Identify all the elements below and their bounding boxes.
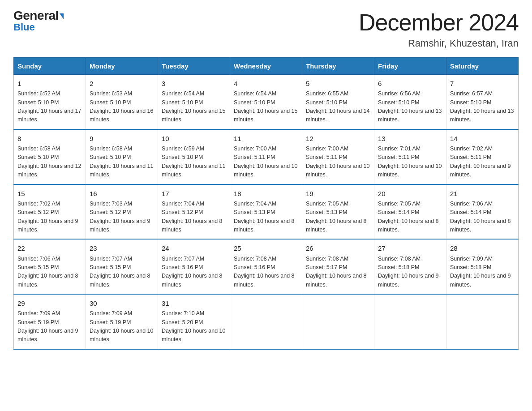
logo: General Blue xyxy=(13,9,64,33)
sunset-info: Sunset: 5:12 PM xyxy=(17,208,82,217)
sunset-info: Sunset: 5:11 PM xyxy=(378,153,442,162)
day-number: 13 xyxy=(378,133,442,144)
sunrise-info: Sunrise: 7:08 AM xyxy=(306,255,370,263)
daylight-info: Daylight: 10 hours and 13 minutes. xyxy=(450,107,515,124)
calendar-cell: 18 Sunrise: 7:04 AM Sunset: 5:13 PM Dayl… xyxy=(230,184,302,240)
week-row-3: 15 Sunrise: 7:02 AM Sunset: 5:12 PM Dayl… xyxy=(14,184,519,240)
calendar-cell: 24 Sunrise: 7:07 AM Sunset: 5:16 PM Dayl… xyxy=(158,239,230,294)
sunrise-info: Sunrise: 6:56 AM xyxy=(378,90,442,98)
day-number: 10 xyxy=(162,133,226,144)
day-number: 31 xyxy=(162,298,226,308)
week-row-1: 1 Sunrise: 6:52 AM Sunset: 5:10 PM Dayli… xyxy=(14,75,519,129)
day-number: 29 xyxy=(17,298,82,308)
sunrise-info: Sunrise: 7:08 AM xyxy=(234,255,298,263)
daylight-info: Daylight: 10 hours and 12 minutes. xyxy=(17,162,82,180)
calendar-cell: 19 Sunrise: 7:05 AM Sunset: 5:13 PM Dayl… xyxy=(302,184,374,240)
calendar-body: 1 Sunrise: 6:52 AM Sunset: 5:10 PM Dayli… xyxy=(14,75,519,349)
daylight-info: Daylight: 10 hours and 8 minutes. xyxy=(162,217,226,235)
calendar-cell: 4 Sunrise: 6:54 AM Sunset: 5:10 PM Dayli… xyxy=(230,75,302,129)
sunset-info: Sunset: 5:10 PM xyxy=(90,153,154,162)
sunrise-info: Sunrise: 6:59 AM xyxy=(162,145,226,153)
week-row-5: 29 Sunrise: 7:09 AM Sunset: 5:19 PM Dayl… xyxy=(14,294,519,349)
col-monday: Monday xyxy=(86,58,158,75)
calendar-cell: 17 Sunrise: 7:04 AM Sunset: 5:12 PM Dayl… xyxy=(158,184,230,240)
sunset-info: Sunset: 5:11 PM xyxy=(234,153,298,162)
day-number: 5 xyxy=(306,78,370,89)
daylight-info: Daylight: 10 hours and 8 minutes. xyxy=(17,272,82,289)
sunset-info: Sunset: 5:17 PM xyxy=(306,263,370,272)
calendar-cell: 5 Sunrise: 6:55 AM Sunset: 5:10 PM Dayli… xyxy=(302,75,374,129)
col-thursday: Thursday xyxy=(302,58,374,75)
logo-blue: Blue xyxy=(13,21,35,33)
calendar-cell: 31 Sunrise: 7:10 AM Sunset: 5:20 PM Dayl… xyxy=(158,294,230,349)
day-number: 11 xyxy=(234,133,298,144)
calendar-cell: 2 Sunrise: 6:53 AM Sunset: 5:10 PM Dayli… xyxy=(86,75,158,129)
day-number: 19 xyxy=(306,188,370,199)
sunset-info: Sunset: 5:10 PM xyxy=(17,98,82,107)
daylight-info: Daylight: 10 hours and 9 minutes. xyxy=(378,272,442,289)
calendar-cell: 21 Sunrise: 7:06 AM Sunset: 5:14 PM Dayl… xyxy=(446,184,519,240)
day-number: 3 xyxy=(162,78,226,89)
week-row-2: 8 Sunrise: 6:58 AM Sunset: 5:10 PM Dayli… xyxy=(14,129,519,184)
sunrise-info: Sunrise: 7:02 AM xyxy=(17,200,82,208)
calendar-subtitle: Ramshir, Khuzestan, Iran xyxy=(359,38,519,49)
daylight-info: Daylight: 10 hours and 8 minutes. xyxy=(90,272,154,289)
sunset-info: Sunset: 5:10 PM xyxy=(234,98,298,107)
day-number: 26 xyxy=(306,243,370,253)
sunrise-info: Sunrise: 7:07 AM xyxy=(162,255,226,263)
day-number: 20 xyxy=(378,188,442,199)
day-number: 14 xyxy=(450,133,515,144)
sunset-info: Sunset: 5:11 PM xyxy=(306,153,370,162)
week-row-4: 22 Sunrise: 7:06 AM Sunset: 5:15 PM Dayl… xyxy=(14,239,519,294)
day-number: 30 xyxy=(90,298,154,308)
col-sunday: Sunday xyxy=(14,58,86,75)
sunset-info: Sunset: 5:10 PM xyxy=(162,153,226,162)
calendar-cell: 30 Sunrise: 7:09 AM Sunset: 5:19 PM Dayl… xyxy=(86,294,158,349)
day-number: 6 xyxy=(378,78,442,89)
col-wednesday: Wednesday xyxy=(230,58,302,75)
calendar-header: Sunday Monday Tuesday Wednesday Thursday… xyxy=(14,58,519,75)
sunrise-info: Sunrise: 7:03 AM xyxy=(90,200,154,208)
daylight-info: Daylight: 10 hours and 11 minutes. xyxy=(162,162,226,180)
day-number: 23 xyxy=(90,243,154,253)
sunrise-info: Sunrise: 7:09 AM xyxy=(17,309,82,318)
calendar-cell: 29 Sunrise: 7:09 AM Sunset: 5:19 PM Dayl… xyxy=(14,294,86,349)
calendar-cell: 8 Sunrise: 6:58 AM Sunset: 5:10 PM Dayli… xyxy=(14,129,86,184)
calendar-cell: 13 Sunrise: 7:01 AM Sunset: 5:11 PM Dayl… xyxy=(374,129,446,184)
sunset-info: Sunset: 5:20 PM xyxy=(162,318,226,327)
sunrise-info: Sunrise: 7:06 AM xyxy=(17,255,82,263)
day-number: 21 xyxy=(450,188,515,199)
sunrise-info: Sunrise: 6:57 AM xyxy=(450,90,515,98)
sunrise-info: Sunrise: 7:02 AM xyxy=(450,145,515,153)
daylight-info: Daylight: 10 hours and 9 minutes. xyxy=(90,217,154,235)
daylight-info: Daylight: 10 hours and 13 minutes. xyxy=(378,107,442,124)
daylight-info: Daylight: 10 hours and 9 minutes. xyxy=(450,272,515,289)
sunrise-info: Sunrise: 7:04 AM xyxy=(234,200,298,208)
calendar-cell: 20 Sunrise: 7:05 AM Sunset: 5:14 PM Dayl… xyxy=(374,184,446,240)
calendar-cell xyxy=(302,294,374,349)
calendar-cell: 6 Sunrise: 6:56 AM Sunset: 5:10 PM Dayli… xyxy=(374,75,446,129)
calendar-table: Sunday Monday Tuesday Wednesday Thursday… xyxy=(13,57,519,350)
sunrise-info: Sunrise: 6:53 AM xyxy=(90,90,154,98)
daylight-info: Daylight: 10 hours and 8 minutes. xyxy=(234,217,298,235)
calendar-cell: 3 Sunrise: 6:54 AM Sunset: 5:10 PM Dayli… xyxy=(158,75,230,129)
day-number: 2 xyxy=(90,78,154,89)
day-number: 27 xyxy=(378,243,442,253)
sunrise-info: Sunrise: 7:01 AM xyxy=(378,145,442,153)
daylight-info: Daylight: 10 hours and 16 minutes. xyxy=(90,107,154,124)
sunrise-info: Sunrise: 7:09 AM xyxy=(450,255,515,263)
header-row: Sunday Monday Tuesday Wednesday Thursday… xyxy=(14,58,519,75)
daylight-info: Daylight: 10 hours and 10 minutes. xyxy=(378,162,442,180)
sunrise-info: Sunrise: 7:04 AM xyxy=(162,200,226,208)
daylight-info: Daylight: 10 hours and 8 minutes. xyxy=(450,217,515,235)
sunrise-info: Sunrise: 7:05 AM xyxy=(306,200,370,208)
sunset-info: Sunset: 5:10 PM xyxy=(90,98,154,107)
sunset-info: Sunset: 5:10 PM xyxy=(378,98,442,107)
sunrise-info: Sunrise: 7:05 AM xyxy=(378,200,442,208)
sunset-info: Sunset: 5:19 PM xyxy=(90,318,154,327)
logo-triangle-icon xyxy=(60,13,64,19)
daylight-info: Daylight: 10 hours and 9 minutes. xyxy=(450,162,515,180)
daylight-info: Daylight: 10 hours and 8 minutes. xyxy=(162,272,226,289)
day-number: 1 xyxy=(17,78,82,89)
daylight-info: Daylight: 10 hours and 9 minutes. xyxy=(17,217,82,235)
